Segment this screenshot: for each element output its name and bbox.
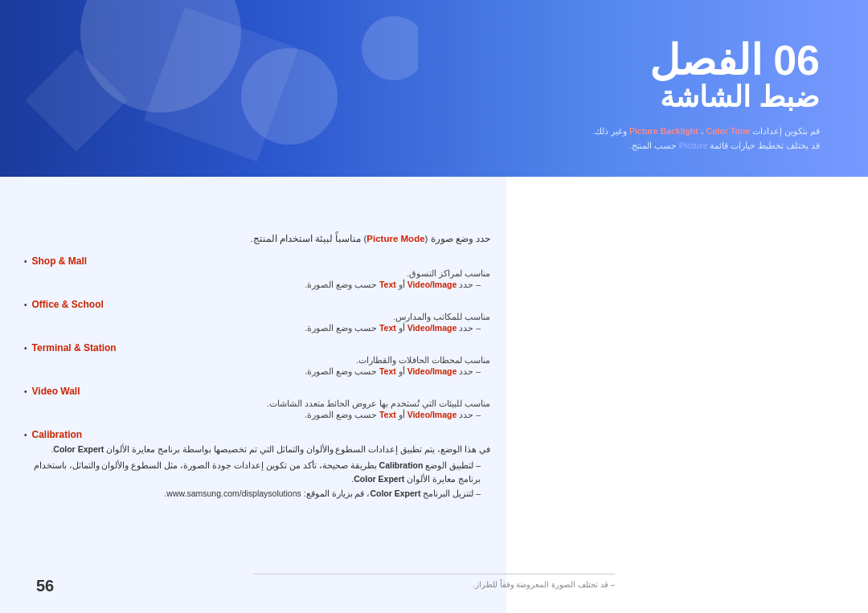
intro-text: حدد وضع صورة (Picture Mode) مناسباً لبيئ… [24, 233, 490, 244]
calibration-title: Calibration [32, 429, 83, 440]
office-school-title: Office & School [32, 299, 104, 310]
left-content: حدد وضع صورة (Picture Mode) مناسباً لبيئ… [24, 233, 490, 501]
terminal-station-desc: مناسب لمحطات الحافلات والقطارات. [24, 355, 490, 365]
list-item: Video Wall • مناسب للبيئات التي تُستخدم … [24, 386, 490, 419]
chapter-number: 06 الفصل [0, 36, 820, 84]
terminal-station-title: Terminal & Station [32, 342, 117, 353]
office-school-desc: مناسب للمكاتب والمدارس. [24, 312, 490, 321]
calibration-sub1: – لتطبيق الوضع Calibration بطريقة صحيحة،… [24, 459, 490, 486]
list-item: Calibration • في هذا الوضع، يتم تطبيق إع… [24, 429, 490, 501]
calibration-desc: في هذا الوضع، يتم تطبيق إعدادات السطوع و… [24, 443, 490, 456]
page-number: 56 [36, 577, 54, 595]
terminal-station-sub: – حدد Video/Image أو Text حسب وضع الصورة… [24, 366, 490, 376]
list-item: Office & School • مناسب للمكاتب والمدارس… [24, 299, 490, 333]
office-school-sub: – حدد Video/Image أو Text حسب وضع الصورة… [24, 323, 490, 333]
video-wall-sub: – حدد Video/Image أو Text حسب وضع الصورة… [24, 410, 490, 419]
chapter-title: ضبط الشاشة [660, 80, 820, 114]
list-item: Terminal & Station • مناسب لمحطات الحافل… [24, 342, 490, 376]
video-wall-title: Video Wall [32, 386, 80, 397]
video-wall-desc: مناسب للبيئات التي تُستخدم بها عروض الحا… [24, 398, 490, 408]
shop-mall-sub: – حدد Video/Image أو Text حسب وضع الصورة… [24, 280, 490, 289]
footer-note: – قد تختلف الصورة المعروضة وفقاً للطراز. [253, 574, 615, 589]
calibration-sub2: – لتنزيل البرنامج Color Expert، قم بزيار… [24, 487, 490, 501]
shop-mall-desc: مناسب لمراكز التسوق. [24, 268, 490, 278]
chapter-subtitle: قم بتكوين إعدادات Picture Backlight ، Co… [592, 125, 820, 153]
shop-mall-title: Shop & Mall [32, 255, 88, 267]
list-item: Shop & Mall • مناسب لمراكز التسوق. – حدد… [24, 255, 490, 289]
